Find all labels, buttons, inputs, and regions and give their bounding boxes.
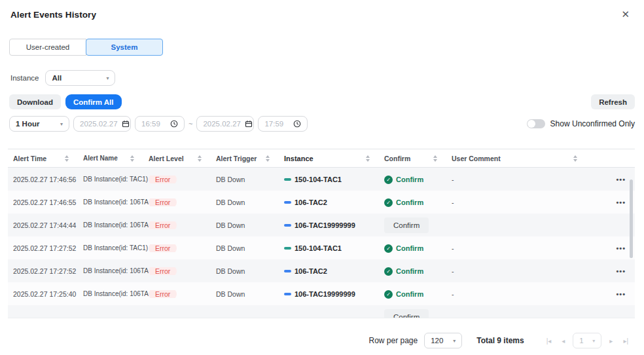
sort-icon[interactable] bbox=[573, 155, 577, 162]
confirm-button[interactable]: Confirm bbox=[384, 309, 429, 319]
table-row: 2025.02.27 17:25:40 DB Instance(id: 106T… bbox=[8, 282, 635, 305]
instance-select[interactable]: All ▾ bbox=[45, 70, 115, 86]
alert-name-cell: DB Instance(id: TAC1) DOWN bbox=[83, 244, 149, 252]
sort-icon[interactable] bbox=[65, 155, 69, 162]
alert-table: Alert TimeAlert NameAlert LevelAlert Tri… bbox=[8, 149, 635, 318]
instance-type-icon bbox=[284, 270, 291, 272]
toggle-label: Show Unconfirmed Only bbox=[550, 119, 635, 128]
alert-name-cell: DB Instance(id: 106TAC1) DOWN bbox=[83, 221, 149, 229]
show-unconfirmed-toggle[interactable] bbox=[527, 119, 545, 128]
alert-trigger-cell: DB Down bbox=[216, 244, 284, 252]
row-actions-menu-icon[interactable]: ••• bbox=[616, 198, 630, 206]
user-comment-cell: - bbox=[452, 244, 603, 252]
check-circle-icon: ✓ bbox=[384, 267, 393, 276]
time-range-select[interactable]: 1 Hour ▾ bbox=[9, 116, 69, 132]
sort-icon[interactable] bbox=[433, 155, 437, 162]
table-body: 2025.02.27 17:46:56 DB Instance(id: TAC1… bbox=[8, 168, 635, 318]
alert-time-cell: 2025.02.27 17:27:52 bbox=[13, 244, 83, 252]
instance-name: 106-TAC19999999 bbox=[295, 290, 355, 298]
tab-bar: User-created System bbox=[9, 39, 644, 56]
user-comment-cell: - bbox=[452, 290, 603, 298]
instance-name: 106-TAC2 bbox=[295, 198, 327, 206]
time-range-value: 1 Hour bbox=[16, 120, 39, 128]
pagination-bar: Row per page 120 ▾ Total 9 items |◂ ◂ 1 … bbox=[0, 333, 634, 348]
alert-trigger-cell: DB Down bbox=[216, 198, 284, 206]
sort-icon[interactable] bbox=[198, 155, 202, 162]
instance-name: 150-104-TAC1 bbox=[295, 176, 342, 183]
confirmed-status: ✓Confirm bbox=[384, 198, 423, 207]
row-actions-menu-icon[interactable]: ••• bbox=[616, 176, 630, 183]
calendar-icon bbox=[245, 120, 253, 128]
row-actions-menu-icon[interactable]: ••• bbox=[616, 290, 630, 298]
check-circle-icon: ✓ bbox=[384, 176, 393, 184]
check-circle-icon: ✓ bbox=[384, 290, 393, 299]
alert-level-badge: Error bbox=[149, 221, 177, 229]
alert-time-cell: 2025.02.27 17:25:40 bbox=[13, 290, 83, 298]
sort-icon[interactable] bbox=[366, 155, 370, 162]
instance-name: 106-TAC2 bbox=[295, 267, 327, 275]
alert-level-badge: Error bbox=[149, 244, 177, 252]
sort-icon[interactable] bbox=[266, 155, 270, 162]
page-number-select[interactable]: 1 ▾ bbox=[573, 333, 601, 348]
refresh-button[interactable]: Refresh bbox=[591, 94, 635, 109]
alert-level-badge: Error bbox=[149, 176, 177, 183]
dialog-header: Alert Events History ✕ bbox=[0, 0, 644, 20]
tab-user-created[interactable]: User-created bbox=[9, 39, 86, 56]
table-header: Alert TimeAlert NameAlert LevelAlert Tri… bbox=[8, 149, 635, 168]
instance-label: Instance bbox=[10, 74, 39, 82]
unconfirmed-toggle-wrap: Show Unconfirmed Only bbox=[527, 119, 635, 128]
alert-trigger-cell: DB Down bbox=[216, 221, 284, 229]
table-row: 2025.02.27 17:46:56 DB Instance(id: TAC1… bbox=[8, 168, 635, 191]
table-row: ✓Confirm Confirm ••• bbox=[8, 305, 635, 318]
start-date-input[interactable]: 2025.02.27 bbox=[73, 116, 131, 132]
tab-system[interactable]: System bbox=[86, 39, 163, 56]
sort-icon[interactable] bbox=[130, 155, 134, 162]
first-page-icon[interactable]: |◂ bbox=[541, 337, 557, 345]
start-time-input[interactable]: 16:59 bbox=[135, 116, 185, 132]
user-comment-cell: - bbox=[452, 176, 603, 183]
instance-type-icon bbox=[284, 224, 291, 227]
instance-type-icon bbox=[284, 293, 291, 295]
time-filter-row: 1 Hour ▾ 2025.02.27 16:59 ~ 2025.02.27 1… bbox=[9, 116, 635, 132]
column-header-instance: Instance bbox=[284, 155, 384, 162]
download-button[interactable]: Download bbox=[9, 94, 61, 109]
alert-trigger-cell: DB Down bbox=[216, 176, 284, 183]
clock-icon bbox=[170, 120, 178, 128]
alert-level-badge: Error bbox=[149, 267, 177, 275]
confirmed-status: ✓Confirm bbox=[384, 290, 423, 299]
calendar-icon bbox=[122, 120, 130, 128]
chevron-down-icon: ▾ bbox=[106, 75, 109, 81]
row-actions-menu-icon[interactable]: ••• bbox=[616, 267, 630, 275]
column-header-user-comment: User Comment bbox=[452, 155, 603, 162]
alert-level-badge: Error bbox=[149, 290, 177, 298]
instance-type-icon bbox=[284, 178, 291, 181]
chevron-down-icon: ▾ bbox=[60, 121, 63, 127]
alert-time-cell: 2025.02.27 17:44:44 bbox=[13, 221, 83, 229]
pager: |◂ ◂ 1 ▾ ▸ ▸| bbox=[541, 333, 634, 348]
end-date-input[interactable]: 2025.02.27 bbox=[196, 116, 254, 132]
end-time-input[interactable]: 17:59 bbox=[258, 116, 308, 132]
user-comment-cell: - bbox=[452, 198, 603, 206]
range-separator: ~ bbox=[188, 120, 192, 128]
close-icon[interactable]: ✕ bbox=[621, 10, 630, 19]
chevron-down-icon: ▾ bbox=[453, 338, 456, 344]
last-page-icon[interactable]: ▸| bbox=[618, 337, 634, 345]
confirm-all-button[interactable]: Confirm All bbox=[65, 94, 122, 109]
row-actions-menu-icon[interactable]: ••• bbox=[616, 244, 630, 252]
next-page-icon[interactable]: ▸ bbox=[604, 337, 618, 345]
confirm-button[interactable]: Confirm bbox=[384, 217, 429, 233]
table-row: 2025.02.27 17:44:44 DB Instance(id: 106T… bbox=[8, 214, 635, 236]
action-button-row: Download Confirm All Refresh bbox=[9, 94, 635, 109]
table-row: 2025.02.27 17:27:52 DB Instance(id: 106T… bbox=[8, 259, 635, 282]
prev-page-icon[interactable]: ◂ bbox=[556, 337, 570, 345]
alert-name-cell: DB Instance(id: 106TAC1) DOWN bbox=[83, 290, 149, 297]
instance-name: 106-TAC19999999 bbox=[295, 221, 355, 229]
rows-per-page-select[interactable]: 120 ▾ bbox=[424, 333, 462, 348]
vertical-scrollbar[interactable] bbox=[630, 179, 633, 258]
alert-time-cell: 2025.02.27 17:46:55 bbox=[13, 198, 83, 206]
user-comment-cell: - bbox=[452, 267, 603, 275]
confirmed-status: ✓Confirm bbox=[384, 244, 423, 253]
alert-level-badge: Error bbox=[149, 198, 177, 206]
alert-time-cell: 2025.02.27 17:27:52 bbox=[13, 267, 83, 275]
alert-trigger-cell: DB Down bbox=[216, 290, 284, 298]
